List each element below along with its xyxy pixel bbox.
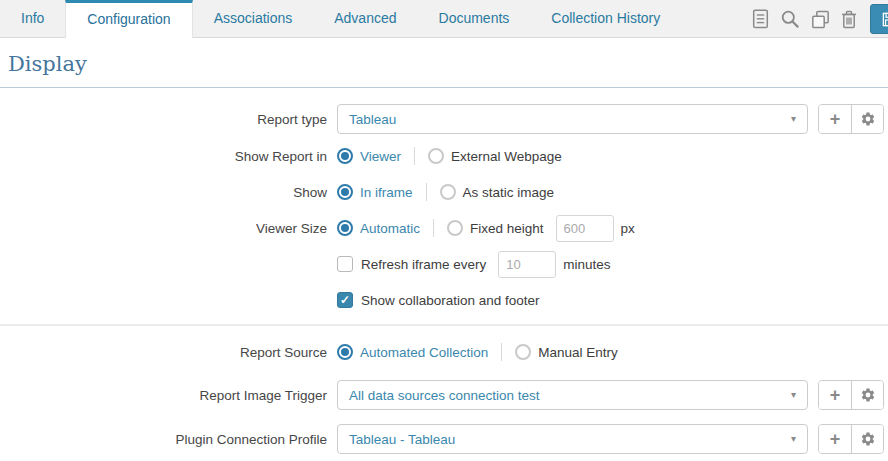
report-type-row: Report type Tableau ▾ + [0,104,888,134]
plugin-profile-actions: + [818,424,884,454]
show-collaboration-label[interactable]: Show collaboration and footer [361,293,540,308]
radio-as-static-image[interactable]: As static image [440,184,555,200]
refresh-iframe-row: Refresh iframe every minutes [0,250,888,278]
report-type-actions: + [818,104,884,134]
search-icon[interactable] [780,9,800,29]
fixed-height-unit: px [621,221,635,236]
radio-fixed-height-label: Fixed height [470,221,544,236]
refresh-minutes-unit: minutes [563,257,610,272]
plugin-connection-profile-value: Tableau - Tableau [349,432,455,447]
report-type-select[interactable]: Tableau ▾ [337,104,808,134]
report-image-trigger-select[interactable]: All data sources connection test ▾ [337,380,808,410]
radio-automatic-label: Automatic [360,221,420,236]
report-image-trigger-label: Report Image Trigger [0,388,337,403]
gear-icon [860,431,876,447]
show-label: Show [0,185,337,200]
radio-icon [447,220,463,236]
radio-manual-entry[interactable]: Manual Entry [515,344,618,360]
tab-bar: Info Configuration Associations Advanced… [0,0,888,38]
trash-icon[interactable] [841,10,857,29]
radio-in-iframe-label: In iframe [360,185,413,200]
option-separator [426,183,427,201]
report-image-trigger-row: Report Image Trigger All data sources co… [0,380,888,410]
tab-info[interactable]: Info [0,0,65,37]
radio-manual-entry-label: Manual Entry [538,345,618,360]
plus-icon: + [830,386,841,404]
show-collaboration-row: Show collaboration and footer [0,286,888,314]
chevron-down-icon: ▾ [791,434,796,444]
refresh-iframe-checkbox[interactable] [337,256,353,272]
refresh-minutes-input[interactable] [498,251,556,278]
tab-collection-history[interactable]: Collection History [530,0,681,37]
show-collaboration-checkbox[interactable] [337,292,353,308]
save-icon [881,11,888,28]
fixed-height-input[interactable] [556,215,614,242]
radio-in-iframe[interactable]: In iframe [337,184,413,200]
option-separator [414,147,415,165]
show-row: Show In iframe As static image [0,178,888,206]
report-source-label: Report Source [0,345,337,360]
tab-advanced[interactable]: Advanced [313,0,417,37]
report-type-label: Report type [0,112,337,127]
plus-icon: + [830,110,841,128]
copy-icon[interactable] [811,10,830,29]
report-image-trigger-actions: + [818,380,884,410]
tab-configuration[interactable]: Configuration [65,0,192,38]
radio-icon [337,148,353,164]
radio-automated-collection[interactable]: Automated Collection [337,344,488,360]
radio-icon [337,344,353,360]
chevron-down-icon: ▾ [791,390,796,400]
report-type-value: Tableau [349,112,396,127]
chevron-down-icon: ▾ [791,114,796,124]
option-separator [501,343,502,361]
radio-icon [515,344,531,360]
radio-viewer[interactable]: Viewer [337,148,401,164]
section-divider [0,324,888,326]
plus-icon: + [830,430,841,448]
radio-external-webpage-label: External Webpage [451,149,562,164]
plugin-connection-profile-select[interactable]: Tableau - Tableau ▾ [337,424,808,454]
radio-viewer-label: Viewer [360,149,401,164]
radio-icon [440,184,456,200]
plugin-connection-profile-row: Plugin Connection Profile Tableau - Tabl… [0,424,888,454]
report-image-trigger-value: All data sources connection test [349,388,540,403]
refresh-iframe-label[interactable]: Refresh iframe every [361,257,486,272]
radio-as-static-image-label: As static image [463,185,555,200]
display-form: Report type Tableau ▾ + Show Report in V… [0,104,888,454]
report-source-row: Report Source Automated Collection Manua… [0,338,888,366]
section-rule [0,87,888,88]
save-button[interactable] [870,4,888,34]
gear-icon [860,387,876,403]
option-separator [433,219,434,237]
report-type-settings-button[interactable] [851,105,883,133]
radio-automated-collection-label: Automated Collection [360,345,488,360]
page-title: Display [8,52,888,77]
tab-documents[interactable]: Documents [418,0,531,37]
toolbar [752,0,888,37]
radio-fixed-height[interactable]: Fixed height [447,220,544,236]
radio-icon [428,148,444,164]
tab-associations[interactable]: Associations [193,0,314,37]
document-icon[interactable] [752,9,769,29]
add-trigger-button[interactable]: + [819,381,851,409]
radio-automatic[interactable]: Automatic [337,220,420,236]
plugin-connection-profile-label: Plugin Connection Profile [0,432,337,447]
radio-external-webpage[interactable]: External Webpage [428,148,562,164]
viewer-size-label: Viewer Size [0,221,337,236]
add-profile-button[interactable]: + [819,425,851,453]
show-report-in-label: Show Report in [0,149,337,164]
trigger-settings-button[interactable] [851,381,883,409]
profile-settings-button[interactable] [851,425,883,453]
viewer-size-row: Viewer Size Automatic Fixed height px [0,214,888,242]
gear-icon [860,111,876,127]
add-report-type-button[interactable]: + [819,105,851,133]
radio-icon [337,220,353,236]
radio-icon [337,184,353,200]
show-report-in-row: Show Report in Viewer External Webpage [0,142,888,170]
